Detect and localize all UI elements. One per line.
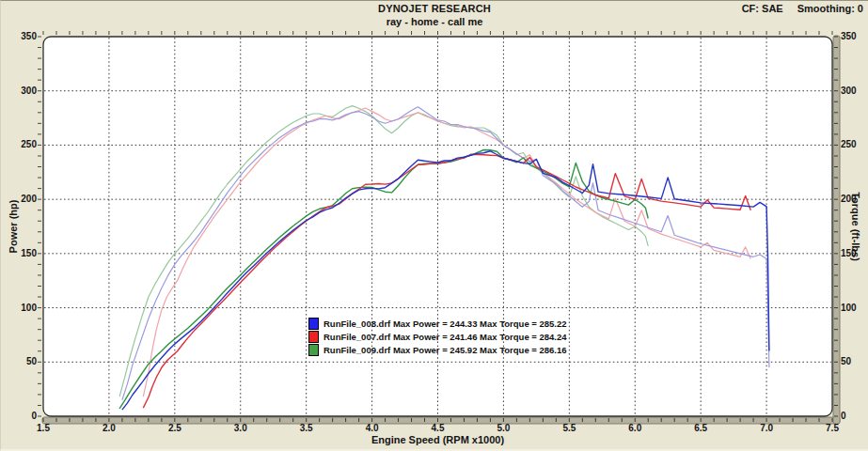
- y-scrollbar[interactable]: [833, 36, 840, 424]
- x-tick-label: 2.0: [95, 423, 123, 434]
- x-tick-label: 5.0: [489, 423, 517, 434]
- x-tick-label: 6.5: [687, 423, 715, 434]
- x-tick-label: 4.0: [358, 423, 387, 434]
- torque-tick-label: 150: [841, 248, 857, 259]
- legend: RunFile_008.drf Max Power = 244.33 Max T…: [308, 317, 567, 356]
- power-tick-label: 350: [1, 31, 37, 42]
- torque-tick-label: 200: [841, 194, 857, 205]
- legend-swatch-icon: [308, 344, 319, 356]
- legend-label: RunFile_007.drf Max Power = 241.46 Max T…: [324, 332, 567, 342]
- legend-label: RunFile_009.drf Max Power = 245.92 Max T…: [324, 345, 567, 355]
- legend-row: RunFile_007.drf Max Power = 241.46 Max T…: [308, 330, 567, 343]
- power-tick-label: 150: [1, 248, 37, 259]
- x-tick-label: 3.5: [292, 423, 321, 434]
- legend-label: RunFile_008.drf Max Power = 244.33 Max T…: [324, 319, 567, 329]
- x-tick-label: 7.5: [818, 423, 846, 434]
- x-tick-label: 3.0: [227, 423, 255, 434]
- x-tick-label: 7.0: [752, 423, 781, 434]
- legend-swatch-icon: [308, 331, 319, 343]
- legend-row: RunFile_009.drf Max Power = 245.92 Max T…: [308, 343, 567, 356]
- power-tick-label: 300: [1, 86, 37, 97]
- torque-tick-label: 50: [841, 356, 851, 367]
- dynojet-window: DYNOJET RESEARCH ray - home - call me CF…: [0, 0, 868, 451]
- torque-tick-label: 100: [841, 303, 857, 314]
- torque-tick-label: 350: [841, 31, 857, 42]
- legend-swatch-icon: [308, 318, 319, 330]
- power-tick-label: 50: [1, 356, 37, 367]
- x-tick-label: 6.0: [621, 423, 649, 434]
- power-tick-label: 250: [1, 139, 37, 150]
- power-tick-label: 100: [1, 303, 37, 314]
- x-tick-label: 2.5: [161, 423, 189, 434]
- x-tick-label: 4.5: [424, 423, 452, 434]
- torque-tick-label: 0: [841, 411, 846, 422]
- power-tick-label: 200: [1, 194, 37, 205]
- legend-row: RunFile_008.drf Max Power = 244.33 Max T…: [308, 317, 567, 330]
- power-tick-label: 0: [1, 411, 37, 422]
- torque-tick-label: 250: [841, 139, 857, 150]
- x-axis-title: Engine Speed (RPM x1000): [43, 434, 832, 445]
- dyno-chart: [1, 1, 868, 451]
- x-tick-label: 1.5: [29, 423, 57, 434]
- torque-tick-label: 300: [841, 86, 857, 97]
- x-tick-label: 5.5: [555, 423, 583, 434]
- left-axis-title: Power (hp): [8, 200, 19, 254]
